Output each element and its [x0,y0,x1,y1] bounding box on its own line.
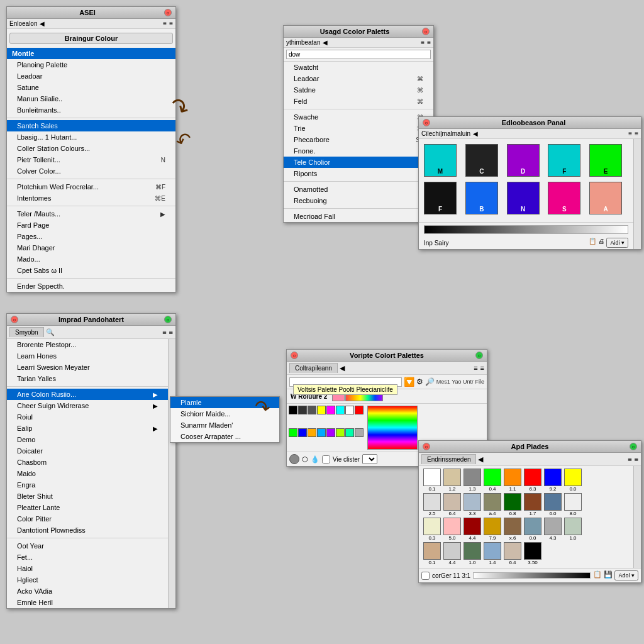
import-menu-item[interactable]: Learn Hones [7,350,168,362]
var-swatch[interactable] [317,428,326,437]
app-swatch[interactable] [484,542,501,560]
explorer-scrollbar[interactable] [633,139,641,249]
var-swatch[interactable] [336,428,345,437]
menu-item[interactable]: Mado... [7,253,175,265]
var-swatch[interactable] [326,406,335,414]
var-swatch[interactable] [317,406,326,414]
app-swatch[interactable] [504,542,521,560]
app-swatch[interactable] [524,542,541,560]
var-swatch[interactable] [345,428,354,437]
import-menu-item[interactable]: Fet... [7,552,168,563]
submenu-item[interactable]: Sichiorr Maide... [170,408,279,419]
app-swatch[interactable] [423,518,441,535]
var-swatch[interactable] [355,406,364,414]
menu-item[interactable]: Planoing Palette [7,59,175,70]
app-swatch[interactable] [464,518,481,535]
menu-item[interactable]: Pietr Tollenit...N [7,154,175,165]
exp-lines1[interactable]: ≡ [628,130,632,137]
app-piades-close[interactable]: ○ [423,443,430,450]
imp-lines1[interactable]: ≡ [162,328,166,336]
app-swatch[interactable] [464,542,481,560]
app-swatch[interactable] [484,518,501,535]
import-max-btn[interactable]: ○ [164,316,172,323]
var-swatch[interactable] [289,428,297,437]
explorer-swatch[interactable]: S [548,182,580,214]
app-swatch[interactable] [544,518,562,535]
app-swatch[interactable] [564,469,582,486]
menu-item[interactable]: Bunleitmants.. [7,104,175,116]
explorer-swatch[interactable]: B [465,182,498,214]
import-menu-item[interactable]: Hgliect [7,574,168,586]
import-menu-item[interactable]: Haiol [7,563,168,574]
app-icon1[interactable]: 📋 [593,570,602,580]
import-menu-item[interactable]: Chasbom [7,457,168,468]
app-piades-tab[interactable]: Endrinssmeden [421,454,476,464]
app-lines1[interactable]: ≡ [628,455,631,463]
color-menu-item[interactable]: Mecrioad Fall ▶ [284,211,433,222]
color-menu-item[interactable]: Tele Cholior ▶ [284,157,433,168]
color-menu-item[interactable]: Feld⌘ [284,96,433,107]
app-swatch[interactable] [484,469,501,486]
explorer-swatch[interactable]: A [589,182,622,214]
app-swatch[interactable] [544,469,562,486]
color-palette-search-input[interactable] [286,50,431,59]
explorer-swatch[interactable]: N [507,182,540,214]
app-swatch[interactable] [524,493,541,511]
color-menu-item[interactable]: Fnone. [284,145,433,157]
color-menu-item[interactable]: Onamotted [284,184,433,195]
explorer-swatch[interactable]: E [589,144,622,177]
var-swatch[interactable] [298,406,307,414]
color-menu-item[interactable]: Recbuoing [284,195,433,206]
app-swatch[interactable] [564,493,582,511]
import-menu-item[interactable]: Color Pitter [7,513,168,525]
menu-item[interactable]: Teler /Mauts... ▶ [7,208,175,219]
menu-item[interactable]: Cpet Sabs ω II [7,265,175,276]
menu-item[interactable]: Mari Dhager [7,242,175,253]
color-menu-item[interactable]: Trie⌘ [284,123,433,134]
menu-item[interactable]: Pages... [7,231,175,242]
explorer-swatch[interactable]: F [548,144,580,177]
menu-header[interactable]: Montle [7,48,175,59]
cp-lines1[interactable]: ≡ [421,39,425,46]
variable-palette-max[interactable]: ○ [475,352,483,359]
explorer-swatch[interactable]: M [424,144,457,177]
app-swatch[interactable] [464,493,481,511]
color-menu-item[interactable]: Swatcht [284,62,433,73]
imp-lines2[interactable]: ≡ [169,328,173,336]
app-swatch[interactable] [443,469,461,486]
menu-item[interactable]: Intentomes⌘E [7,192,175,204]
var-swatch[interactable] [289,406,297,414]
import-menu-item[interactable]: Dantotiont Plownediss [7,525,168,536]
app-checkbox[interactable] [421,572,430,580]
app-swatch[interactable] [524,518,541,535]
asei-close[interactable]: ○ [164,9,172,16]
app-swatch[interactable] [443,518,461,535]
submenu-item[interactable]: Plamle [170,397,279,408]
import-menu-item[interactable]: Cheer Suign Widrerase▶ [7,400,168,411]
app-lines2[interactable]: ≡ [635,455,638,463]
var-swatch[interactable] [345,406,354,414]
variable-palette-tab[interactable]: Coltrapileann [289,363,338,373]
import-menu-item[interactable]: Acko VAdia [7,586,168,597]
var-lines1[interactable]: ≡ [474,364,477,372]
app-swatch[interactable] [564,518,582,535]
explorer-swatch[interactable]: F [424,182,457,214]
app-swatch[interactable] [484,493,501,511]
app-piades-max[interactable]: ○ [630,443,637,450]
exp-lines2[interactable]: ≡ [635,130,638,137]
app-swatch[interactable] [464,469,481,486]
menu-item[interactable]: Satune [7,82,175,93]
import-tab[interactable]: Smyobn [9,327,44,337]
import-menu-item[interactable]: Engra [7,479,168,491]
import-close-btn[interactable]: ○ [11,316,18,323]
app-icon2[interactable]: 💾 [604,570,613,580]
app-swatch[interactable] [504,518,521,535]
var-lines2[interactable]: ≡ [480,364,484,372]
asei-toolbar-lines1[interactable]: ≡ [163,20,167,27]
menu-item[interactable]: Fard Page [7,219,175,231]
menu-item[interactable]: Ptotchium Wed Frocrelar...⌘F [7,181,175,192]
explorer-close-btn[interactable]: ○ [423,119,430,126]
app-swatch[interactable] [443,542,461,560]
menu-item[interactable]: Santch Sales [7,120,175,131]
color-menu-item[interactable]: PhecarboreSk [284,134,433,145]
